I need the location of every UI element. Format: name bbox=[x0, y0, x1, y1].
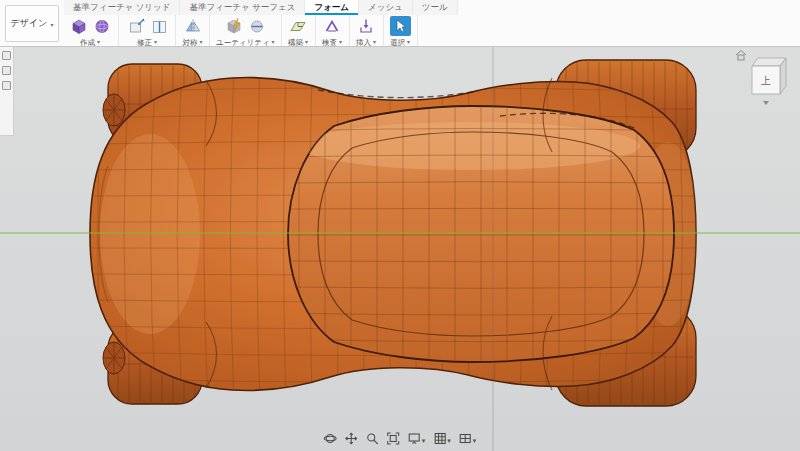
toolbar-group-select: 選択 bbox=[384, 15, 418, 46]
group-dropdown-insert[interactable]: 挿入 bbox=[356, 37, 376, 47]
toolbar-group-inspect: 検査 bbox=[316, 15, 350, 46]
fusion-window: デザイン 基準フィーチャ ソリッド 基準フィーチャ サーフェス フォーム メッシ… bbox=[0, 0, 800, 451]
toolbar-group-symmetry: 対称 bbox=[176, 15, 210, 46]
edit-form-button[interactable] bbox=[125, 16, 146, 36]
grid-settings-button[interactable] bbox=[433, 429, 451, 447]
viewport-canvas[interactable] bbox=[0, 46, 800, 451]
select-tool-button[interactable] bbox=[390, 16, 411, 36]
grid-settings-icon bbox=[433, 432, 446, 445]
create-box-button[interactable] bbox=[68, 16, 89, 36]
chevron-down-icon[interactable] bbox=[763, 101, 769, 105]
select-cursor-icon bbox=[393, 19, 407, 33]
toolbar-group-insert: 挿入 bbox=[350, 15, 384, 46]
home-icon[interactable] bbox=[736, 51, 746, 61]
zoom-icon bbox=[366, 432, 379, 445]
measure-button[interactable] bbox=[322, 16, 343, 36]
toolbar-group-construct: 構築 bbox=[282, 15, 316, 46]
chevron-down-icon bbox=[154, 37, 157, 47]
insert-mesh-button[interactable] bbox=[356, 16, 377, 36]
edit-form-icon bbox=[127, 17, 145, 35]
chevron-down-icon bbox=[422, 429, 426, 447]
insert-edge-icon bbox=[150, 17, 168, 35]
orbit-button[interactable] bbox=[324, 432, 337, 445]
tab-form[interactable]: フォーム bbox=[305, 0, 359, 15]
toolbar-groups: 作成 bbox=[62, 15, 418, 46]
chevron-down-icon bbox=[407, 37, 410, 47]
toolbar-tabs: 基準フィーチャ ソリッド 基準フィーチャ サーフェス フォーム メッシュ ツール bbox=[64, 0, 458, 15]
toolbar-group-utilities: ユーティリティ bbox=[210, 15, 282, 46]
view-navigation-bar bbox=[318, 427, 483, 449]
tab-tools[interactable]: ツール bbox=[413, 0, 458, 15]
panel-icon[interactable] bbox=[2, 51, 11, 60]
chevron-down-icon bbox=[272, 37, 275, 47]
construction-plane-button[interactable] bbox=[288, 16, 309, 36]
fit-view-button[interactable] bbox=[387, 432, 400, 445]
display-settings-icon bbox=[408, 432, 421, 445]
left-panel-rail[interactable] bbox=[0, 46, 14, 136]
fit-view-icon bbox=[387, 432, 400, 445]
toolbar-group-modify: 修正 bbox=[119, 15, 176, 46]
workspace-switcher[interactable]: デザイン bbox=[5, 5, 59, 42]
chevron-down-icon bbox=[339, 37, 342, 47]
zoom-button[interactable] bbox=[366, 432, 379, 445]
mirror-symmetry-button[interactable] bbox=[182, 16, 203, 36]
insert-mesh-icon bbox=[357, 17, 375, 35]
group-dropdown-create[interactable]: 作成 bbox=[80, 37, 100, 47]
pan-icon bbox=[345, 432, 358, 445]
form-quadball-icon bbox=[93, 17, 111, 35]
form-box-icon bbox=[70, 17, 88, 35]
chevron-down-icon bbox=[97, 37, 100, 47]
chevron-down-icon bbox=[373, 37, 376, 47]
viewcube-cube[interactable]: 上 bbox=[752, 58, 786, 94]
toolbar: デザイン 基準フィーチャ ソリッド 基準フィーチャ サーフェス フォーム メッシ… bbox=[0, 0, 800, 47]
chevron-down-icon bbox=[473, 429, 477, 447]
chevron-down-icon bbox=[305, 37, 308, 47]
pan-button[interactable] bbox=[345, 432, 358, 445]
group-dropdown-select[interactable]: 選択 bbox=[390, 37, 410, 47]
chevron-down-icon bbox=[447, 429, 451, 447]
chevron-down-icon bbox=[199, 37, 202, 47]
chevron-down-icon bbox=[50, 19, 53, 29]
display-mode-icon bbox=[225, 17, 243, 35]
panel-icon[interactable] bbox=[2, 81, 11, 90]
create-quadball-button[interactable] bbox=[91, 16, 112, 36]
group-dropdown-construct[interactable]: 構築 bbox=[288, 37, 308, 47]
viewcube[interactable]: 上 bbox=[734, 46, 796, 108]
workspace-label: デザイン bbox=[11, 17, 48, 30]
construction-plane-icon bbox=[289, 17, 307, 35]
tspline-car-model bbox=[0, 46, 800, 451]
tab-mesh[interactable]: メッシュ bbox=[359, 0, 413, 15]
mirror-symmetry-icon bbox=[184, 17, 202, 35]
panel-icon[interactable] bbox=[2, 66, 11, 75]
tab-solid[interactable]: 基準フィーチャ ソリッド bbox=[64, 0, 180, 15]
display-settings-button[interactable] bbox=[408, 429, 426, 447]
utility-button[interactable] bbox=[246, 16, 267, 36]
viewports-button[interactable] bbox=[459, 429, 477, 447]
orbit-icon bbox=[324, 432, 337, 445]
toolbar-group-create: 作成 bbox=[62, 15, 119, 46]
viewports-icon bbox=[459, 432, 472, 445]
measure-icon bbox=[323, 17, 341, 35]
tab-surface[interactable]: 基準フィーチャ サーフェス bbox=[180, 0, 305, 15]
group-dropdown-inspect[interactable]: 検査 bbox=[322, 37, 342, 47]
display-mode-button[interactable] bbox=[223, 16, 244, 36]
utility-sphere-icon bbox=[248, 17, 266, 35]
viewcube-face-label: 上 bbox=[760, 75, 771, 86]
group-dropdown-symmetry[interactable]: 対称 bbox=[182, 37, 202, 47]
group-dropdown-utilities[interactable]: ユーティリティ bbox=[216, 37, 275, 47]
group-dropdown-modify[interactable]: 修正 bbox=[137, 37, 157, 47]
insert-edge-button[interactable] bbox=[148, 16, 169, 36]
